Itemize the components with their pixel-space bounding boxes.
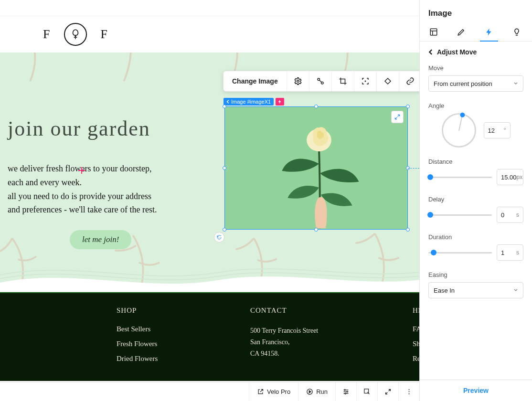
resize-handle[interactable] xyxy=(406,228,410,232)
velo-pro-button[interactable]: Velo Pro xyxy=(249,382,298,401)
preview-button[interactable]: Preview xyxy=(420,380,532,401)
field-easing: Easing Ease In xyxy=(428,271,523,298)
svg-point-13 xyxy=(409,391,410,392)
tab-idea[interactable] xyxy=(510,24,524,41)
svg-rect-6 xyxy=(430,29,437,35)
crop-icon[interactable] xyxy=(332,71,354,91)
select-value: Ease In xyxy=(434,287,455,294)
easing-select[interactable]: Ease In xyxy=(428,282,523,298)
footer-heading: CONTACT xyxy=(250,306,365,315)
move-select[interactable]: From current position xyxy=(428,75,523,92)
footer-heading: SHOP xyxy=(117,306,202,315)
input-value: 1 xyxy=(501,249,504,256)
field-label: Move xyxy=(428,64,523,72)
delay-input[interactable]: 0 s xyxy=(497,207,523,223)
input-value: 12 xyxy=(488,127,495,134)
resize-handle[interactable] xyxy=(223,166,226,170)
animation-badge-icon[interactable] xyxy=(276,98,284,106)
behaviors-icon[interactable] xyxy=(309,71,332,91)
tab-design[interactable] xyxy=(454,24,468,41)
resize-handle[interactable] xyxy=(314,105,318,108)
settings-icon[interactable] xyxy=(287,71,309,91)
distance-input[interactable]: 15.00 px xyxy=(497,169,523,185)
brand-block: F F xyxy=(43,23,108,46)
footer-col-contact: CONTACT 500 Terry Francois Street San Fr… xyxy=(250,306,365,381)
panel-scroll-area[interactable]: Adjust Move Move From current position A… xyxy=(420,42,532,380)
footer-text: CA 94158. xyxy=(250,348,365,359)
hero-line: all you need to do is provide your addre… xyxy=(8,190,208,203)
adjust-icon[interactable] xyxy=(335,382,356,401)
selected-image-content xyxy=(224,106,408,230)
input-unit: s xyxy=(516,249,519,256)
change-image-button[interactable]: Change Image xyxy=(223,71,287,91)
angle-input[interactable]: 12 ° xyxy=(484,122,511,138)
more-icon[interactable] xyxy=(398,382,419,401)
footer-text: 500 Terry Francois Street xyxy=(250,325,365,337)
field-duration: Duration 1 s xyxy=(428,233,523,261)
svg-point-9 xyxy=(347,391,348,392)
external-link-icon xyxy=(257,388,264,395)
field-label: Duration xyxy=(428,233,523,241)
selected-image[interactable]: Image #imageX1 xyxy=(224,106,408,230)
back-button[interactable]: Adjust Move xyxy=(428,48,523,56)
button-label: Velo Pro xyxy=(267,388,290,395)
select-value: From current position xyxy=(434,80,492,87)
input-unit: px xyxy=(517,174,523,180)
angle-dial[interactable] xyxy=(442,113,476,148)
svg-point-3 xyxy=(365,81,366,82)
svg-point-0 xyxy=(297,80,299,83)
fullscreen-icon[interactable] xyxy=(377,382,398,401)
brand-letter-right: F xyxy=(100,27,108,42)
footer-col-shop: SHOP Best Sellers Fresh Flowers Dried Fl… xyxy=(117,306,202,381)
panel-tabs xyxy=(420,24,532,42)
back-label: Adjust Move xyxy=(437,48,477,56)
hero-line: we deliver fresh flowers to your doorste… xyxy=(8,162,208,176)
field-delay: Delay 0 s xyxy=(428,196,523,223)
image-toolbar: Change Image xyxy=(223,71,444,92)
field-distance: Distance 15.00 px xyxy=(428,158,523,185)
input-value: 15.00 xyxy=(501,174,517,181)
duration-input[interactable]: 1 s xyxy=(497,244,523,261)
play-icon xyxy=(306,388,313,395)
field-label: Delay xyxy=(428,196,523,203)
run-button[interactable]: Run xyxy=(298,382,335,401)
resize-handle[interactable] xyxy=(223,228,226,232)
brand-logo-icon xyxy=(64,23,87,46)
distance-slider[interactable] xyxy=(428,177,492,178)
animation-icon[interactable] xyxy=(377,71,399,91)
svg-point-10 xyxy=(345,393,346,394)
selection-label: Image #imageX1 xyxy=(231,99,271,105)
resize-handle[interactable] xyxy=(223,105,226,108)
svg-point-8 xyxy=(344,390,346,391)
panel-title: Image xyxy=(420,0,532,24)
input-value: 0 xyxy=(501,211,504,219)
brand-letter-left: F xyxy=(43,27,51,42)
input-unit: ° xyxy=(504,127,506,134)
tab-animation[interactable] xyxy=(482,24,496,41)
tab-layout[interactable] xyxy=(426,24,441,41)
footer-link[interactable]: Fresh Flowers xyxy=(117,340,202,348)
hero-title: join our garden xyxy=(8,116,208,141)
footer-text: San Francisco, xyxy=(250,337,365,348)
inspect-icon[interactable] xyxy=(356,382,377,401)
input-unit: s xyxy=(516,211,519,218)
focal-point-icon[interactable] xyxy=(354,71,377,91)
duration-slider[interactable] xyxy=(428,252,492,253)
expand-icon[interactable] xyxy=(391,111,404,123)
button-label: Run xyxy=(316,388,328,395)
svg-point-14 xyxy=(409,393,410,394)
hero-body: we deliver fresh flowers to your doorste… xyxy=(8,162,208,217)
delay-slider[interactable] xyxy=(428,214,492,216)
resize-handle[interactable] xyxy=(314,228,318,232)
hero-text-block: join our garden we deliver fresh flowers… xyxy=(8,116,208,249)
link-icon[interactable] xyxy=(399,71,422,91)
reset-animation-icon[interactable] xyxy=(214,232,224,243)
hero-line: and preferences - we'll take care of the… xyxy=(8,203,208,217)
field-label: Distance xyxy=(428,158,523,165)
field-angle: Angle 12 ° xyxy=(428,102,523,148)
footer-link[interactable]: Dried Flowers xyxy=(117,355,202,363)
resize-handle[interactable] xyxy=(406,105,410,108)
selection-breadcrumb[interactable]: Image #imageX1 xyxy=(223,98,274,106)
footer-link[interactable]: Best Sellers xyxy=(117,325,202,333)
hero-cta-button[interactable]: let me join! xyxy=(70,230,131,249)
